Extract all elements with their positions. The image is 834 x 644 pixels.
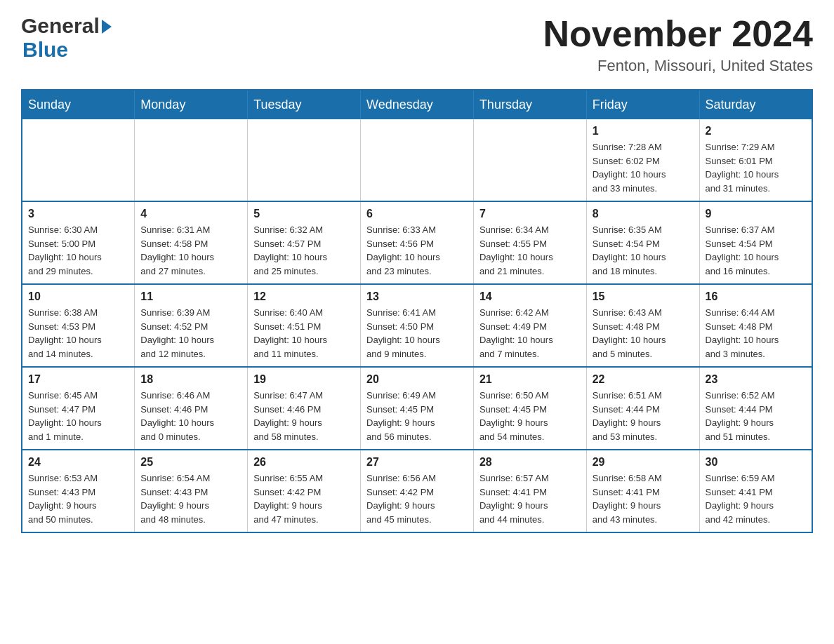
calendar-week-row: 17Sunrise: 6:45 AMSunset: 4:47 PMDayligh… [22,367,812,450]
day-info: Sunrise: 7:28 AMSunset: 6:02 PMDaylight:… [593,140,694,195]
calendar-day-cell: 13Sunrise: 6:41 AMSunset: 4:50 PMDayligh… [361,284,474,367]
day-number: 21 [479,373,581,386]
day-info: Sunrise: 6:51 AMSunset: 4:44 PMDaylight:… [593,389,694,443]
day-number: 2 [706,125,806,137]
calendar-day-cell: 21Sunrise: 6:50 AMSunset: 4:45 PMDayligh… [473,367,586,450]
calendar-day-cell: 29Sunrise: 6:58 AMSunset: 4:41 PMDayligh… [586,450,699,532]
calendar-day-cell: 12Sunrise: 6:40 AMSunset: 4:51 PMDayligh… [248,284,361,367]
day-of-week-header: Monday [135,90,248,119]
calendar-day-cell: 5Sunrise: 6:32 AMSunset: 4:57 PMDaylight… [248,201,361,284]
day-number: 17 [28,373,128,386]
day-number: 19 [253,373,355,386]
day-number: 28 [479,456,581,469]
day-info: Sunrise: 6:33 AMSunset: 4:56 PMDaylight:… [366,223,468,278]
logo: General Blue [21,14,112,62]
calendar-day-cell: 3Sunrise: 6:30 AMSunset: 5:00 PMDaylight… [22,201,135,284]
day-info: Sunrise: 6:42 AMSunset: 4:49 PMDaylight:… [479,306,581,361]
calendar-week-row: 24Sunrise: 6:53 AMSunset: 4:43 PMDayligh… [22,450,812,532]
day-info: Sunrise: 6:38 AMSunset: 4:53 PMDaylight:… [28,306,128,361]
calendar-day-cell: 7Sunrise: 6:34 AMSunset: 4:55 PMDaylight… [473,201,586,284]
day-of-week-header: Wednesday [361,90,474,119]
calendar-header: SundayMondayTuesdayWednesdayThursdayFrid… [22,90,812,119]
day-of-week-header: Thursday [473,90,586,119]
day-info: Sunrise: 6:34 AMSunset: 4:55 PMDaylight:… [479,223,581,278]
day-info: Sunrise: 6:43 AMSunset: 4:48 PMDaylight:… [593,306,694,361]
day-number: 6 [366,208,468,220]
calendar-day-cell: 16Sunrise: 6:44 AMSunset: 4:48 PMDayligh… [699,284,812,367]
day-number: 12 [253,290,355,303]
day-number: 30 [706,456,806,469]
day-of-week-header: Friday [586,90,699,119]
day-info: Sunrise: 6:37 AMSunset: 4:54 PMDaylight:… [706,223,806,278]
day-number: 18 [140,373,241,386]
day-number: 16 [706,290,806,303]
calendar-day-cell [473,119,586,201]
day-of-week-header: Sunday [22,90,135,119]
day-number: 13 [366,290,468,303]
day-number: 9 [706,208,806,220]
day-info: Sunrise: 6:59 AMSunset: 4:41 PMDaylight:… [706,471,806,526]
calendar-day-cell: 25Sunrise: 6:54 AMSunset: 4:43 PMDayligh… [135,450,248,532]
calendar-day-cell: 20Sunrise: 6:49 AMSunset: 4:45 PMDayligh… [361,367,474,450]
day-number: 10 [28,290,128,303]
calendar-week-row: 10Sunrise: 6:38 AMSunset: 4:53 PMDayligh… [22,284,812,367]
calendar-day-cell [135,119,248,201]
day-info: Sunrise: 6:35 AMSunset: 4:54 PMDaylight:… [593,223,694,278]
day-number: 29 [593,456,694,469]
day-number: 23 [706,373,806,386]
day-info: Sunrise: 6:32 AMSunset: 4:57 PMDaylight:… [253,223,355,278]
day-number: 5 [253,208,355,220]
day-info: Sunrise: 6:55 AMSunset: 4:42 PMDaylight:… [253,471,355,526]
calendar-day-cell: 24Sunrise: 6:53 AMSunset: 4:43 PMDayligh… [22,450,135,532]
logo-general-text: General [21,14,100,38]
calendar-day-cell: 14Sunrise: 6:42 AMSunset: 4:49 PMDayligh… [473,284,586,367]
calendar-week-row: 1Sunrise: 7:28 AMSunset: 6:02 PMDaylight… [22,119,812,201]
calendar-day-cell: 10Sunrise: 6:38 AMSunset: 4:53 PMDayligh… [22,284,135,367]
day-info: Sunrise: 6:40 AMSunset: 4:51 PMDaylight:… [253,306,355,361]
calendar-day-cell: 11Sunrise: 6:39 AMSunset: 4:52 PMDayligh… [135,284,248,367]
title-section: November 2024 Fenton, Missouri, United S… [543,14,813,75]
day-info: Sunrise: 7:29 AMSunset: 6:01 PMDaylight:… [706,140,806,195]
day-number: 25 [140,456,241,469]
calendar-day-cell: 23Sunrise: 6:52 AMSunset: 4:44 PMDayligh… [699,367,812,450]
month-title: November 2024 [543,14,813,54]
calendar-day-cell: 4Sunrise: 6:31 AMSunset: 4:58 PMDaylight… [135,201,248,284]
day-info: Sunrise: 6:45 AMSunset: 4:47 PMDaylight:… [28,389,128,443]
days-of-week-row: SundayMondayTuesdayWednesdayThursdayFrid… [22,90,812,119]
day-number: 3 [28,208,128,220]
page-header: General Blue November 2024 Fenton, Misso… [21,14,813,75]
calendar-day-cell: 8Sunrise: 6:35 AMSunset: 4:54 PMDaylight… [586,201,699,284]
calendar-day-cell: 26Sunrise: 6:55 AMSunset: 4:42 PMDayligh… [248,450,361,532]
day-number: 14 [479,290,581,303]
day-info: Sunrise: 6:57 AMSunset: 4:41 PMDaylight:… [479,471,581,526]
day-number: 8 [593,208,694,220]
day-number: 22 [593,373,694,386]
day-number: 1 [593,125,694,137]
calendar-day-cell: 6Sunrise: 6:33 AMSunset: 4:56 PMDaylight… [361,201,474,284]
calendar-day-cell: 1Sunrise: 7:28 AMSunset: 6:02 PMDaylight… [586,119,699,201]
day-info: Sunrise: 6:46 AMSunset: 4:46 PMDaylight:… [140,389,241,443]
day-number: 27 [366,456,468,469]
calendar-day-cell: 17Sunrise: 6:45 AMSunset: 4:47 PMDayligh… [22,367,135,450]
day-info: Sunrise: 6:30 AMSunset: 5:00 PMDaylight:… [28,223,128,278]
calendar-day-cell: 19Sunrise: 6:47 AMSunset: 4:46 PMDayligh… [248,367,361,450]
day-info: Sunrise: 6:54 AMSunset: 4:43 PMDaylight:… [140,471,241,526]
day-number: 26 [253,456,355,469]
calendar-day-cell: 15Sunrise: 6:43 AMSunset: 4:48 PMDayligh… [586,284,699,367]
day-of-week-header: Tuesday [248,90,361,119]
calendar-week-row: 3Sunrise: 6:30 AMSunset: 5:00 PMDaylight… [22,201,812,284]
day-info: Sunrise: 6:53 AMSunset: 4:43 PMDaylight:… [28,471,128,526]
day-number: 7 [479,208,581,220]
day-number: 15 [593,290,694,303]
logo-arrow-icon [102,20,112,34]
logo-blue-text: Blue [22,38,112,62]
day-info: Sunrise: 6:44 AMSunset: 4:48 PMDaylight:… [706,306,806,361]
calendar-day-cell: 22Sunrise: 6:51 AMSunset: 4:44 PMDayligh… [586,367,699,450]
calendar-day-cell [248,119,361,201]
calendar-table: SundayMondayTuesdayWednesdayThursdayFrid… [21,89,813,533]
day-number: 24 [28,456,128,469]
day-number: 20 [366,373,468,386]
day-info: Sunrise: 6:52 AMSunset: 4:44 PMDaylight:… [706,389,806,443]
day-info: Sunrise: 6:39 AMSunset: 4:52 PMDaylight:… [140,306,241,361]
day-info: Sunrise: 6:47 AMSunset: 4:46 PMDaylight:… [253,389,355,443]
